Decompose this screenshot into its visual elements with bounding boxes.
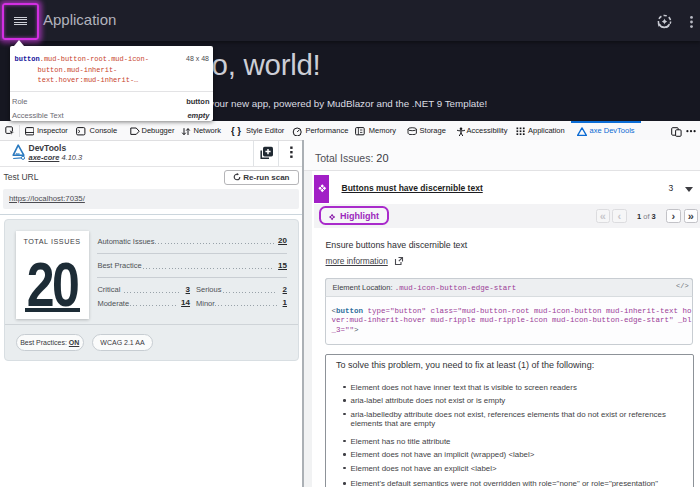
svg-text:{ }: { } [231, 126, 241, 136]
svg-text:ax: ax [15, 150, 20, 155]
